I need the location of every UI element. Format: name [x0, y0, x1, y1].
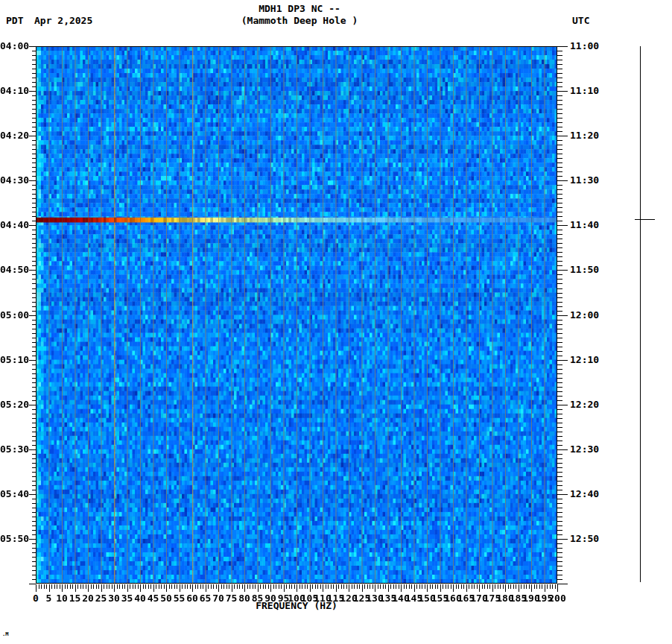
freq-tick: [39, 584, 39, 589]
time-tick-right: [557, 521, 562, 522]
time-tick-left: [32, 198, 36, 199]
freq-tick: [503, 584, 504, 589]
freq-tick: [57, 584, 57, 589]
time-tick-right: [557, 315, 568, 316]
time-tick-left: [32, 382, 36, 383]
time-label-left: 04:00: [0, 41, 28, 51]
time-tick-right: [557, 293, 562, 294]
time-tick-left: [32, 100, 36, 101]
time-tick-right: [557, 485, 562, 486]
freq-tick: [328, 584, 329, 589]
freq-tick: [226, 584, 227, 589]
corner-glyph: .M: [2, 631, 8, 637]
freq-tick: [451, 584, 451, 589]
freq-tick: [531, 584, 532, 592]
time-tick-left: [32, 525, 36, 526]
freq-tick: [552, 584, 553, 589]
freq-tick: [263, 584, 264, 589]
time-tick-left: [32, 342, 36, 343]
freq-tick: [396, 584, 396, 589]
time-tick-right: [557, 324, 562, 325]
freq-tick: [557, 584, 558, 592]
freq-tick: [221, 584, 222, 589]
freq-tick: [258, 584, 259, 592]
freq-tick: [472, 584, 472, 589]
freq-tick: [153, 584, 154, 592]
amplitude-scale-bar: [640, 46, 641, 582]
freq-tick: [370, 584, 370, 589]
time-tick-right: [557, 414, 562, 414]
freq-tick: [404, 584, 405, 589]
time-tick-left: [32, 552, 36, 553]
time-label-right: 12:10: [570, 355, 599, 365]
time-tick-right: [557, 472, 562, 473]
time-tick-left: [32, 409, 36, 410]
freq-tick: [448, 584, 448, 589]
freq-tick: [466, 584, 467, 592]
timezone-left-label: PDT: [6, 16, 23, 26]
time-tick-right: [557, 288, 562, 289]
time-tick-right: [557, 432, 562, 432]
time-tick-right: [557, 499, 562, 499]
freq-tick: [484, 584, 485, 589]
time-tick-left: [32, 64, 36, 65]
freq-tick: [336, 584, 337, 592]
time-tick-left: [32, 154, 36, 154]
freq-tick: [492, 584, 493, 592]
time-tick-right: [557, 400, 562, 401]
time-label-left: 04:30: [0, 175, 28, 186]
time-tick-left: [32, 561, 36, 562]
freq-tick: [67, 584, 68, 589]
time-tick-left: [32, 145, 36, 145]
date-label: Apr 2,2025: [34, 16, 92, 26]
freq-tick: [255, 584, 256, 589]
time-tick-right: [557, 283, 562, 284]
time-tick-right: [557, 543, 562, 544]
time-tick-right: [557, 270, 568, 271]
time-tick-left: [32, 216, 36, 217]
freq-tick: [331, 584, 332, 589]
time-tick-right: [557, 311, 562, 312]
freq-tick: [72, 584, 73, 589]
time-tick-left: [29, 405, 36, 405]
time-tick-right: [557, 145, 562, 145]
time-tick-right: [557, 552, 562, 553]
time-tick-left: [32, 297, 36, 298]
time-tick-right: [557, 127, 562, 127]
freq-tick: [54, 584, 55, 589]
freq-tick: [273, 584, 274, 589]
freq-tick: [159, 584, 159, 589]
freq-tick: [477, 584, 478, 589]
freq-tick: [130, 584, 130, 589]
freq-tick: [513, 584, 514, 589]
time-tick-right: [557, 351, 562, 352]
freq-tick: [510, 584, 511, 589]
time-tick-left: [32, 207, 36, 208]
time-tick-right: [557, 503, 562, 504]
time-tick-right: [557, 306, 562, 307]
time-tick-right: [557, 584, 568, 584]
time-tick-right: [557, 131, 562, 132]
freq-tick: [237, 584, 238, 589]
freq-tick: [164, 584, 165, 589]
time-tick-right: [557, 338, 562, 338]
time-tick-left: [32, 306, 36, 307]
time-tick-left: [32, 171, 36, 172]
time-tick-right: [557, 427, 562, 428]
freq-tick: [101, 584, 102, 592]
time-label-left: 05:40: [0, 489, 28, 499]
freq-tick: [432, 584, 433, 589]
time-tick-left: [32, 234, 36, 235]
time-tick-left: [32, 512, 36, 513]
time-tick-right: [557, 356, 562, 356]
freq-tick: [127, 584, 128, 592]
freq-tick: [388, 584, 389, 592]
freq-tick: [529, 584, 530, 589]
time-tick-left: [29, 315, 36, 316]
freq-tick: [427, 584, 428, 592]
event-marker-tick: [635, 219, 655, 220]
time-tick-left: [32, 347, 36, 347]
freq-tick: [338, 584, 339, 589]
time-tick-left: [32, 557, 36, 558]
time-tick-left: [29, 360, 36, 361]
